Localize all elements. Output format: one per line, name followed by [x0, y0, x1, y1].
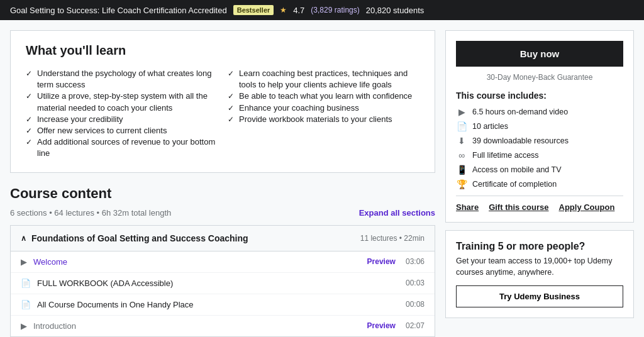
- bestseller-badge: Bestseller: [233, 5, 274, 15]
- learn-item: ✓ Understand the psychology of what crea…: [26, 68, 218, 91]
- content-meta: 6 sections • 64 lectures • 6h 32m total …: [10, 208, 435, 218]
- check-icon: ✓: [228, 91, 234, 102]
- business-title: Training 5 or more people?: [456, 241, 623, 252]
- include-text: Full lifetime access: [472, 151, 539, 160]
- check-icon: ✓: [26, 114, 32, 125]
- learn-item: ✓ Utilize a prove, step-by-step system w…: [26, 91, 218, 113]
- buy-now-button[interactable]: Buy now: [456, 41, 623, 67]
- content-meta-text: 6 sections • 64 lectures • 6h 32m total …: [10, 208, 171, 218]
- learn-item: ✓ Increase your credibility: [26, 114, 218, 125]
- lecture-left: 📄 FULL WORKBOOK (ADA Accessible): [21, 279, 173, 288]
- lecture-title: Introduction: [33, 321, 76, 331]
- gift-button[interactable]: Gift this course: [489, 202, 548, 212]
- lecture-right: Preview 03:06: [367, 257, 425, 266]
- article-icon: 📄: [456, 121, 467, 131]
- video-include-icon: ▶: [456, 107, 467, 117]
- money-back-text: 30-Day Money-Back Guarantee: [456, 73, 623, 82]
- preview-link[interactable]: Preview: [367, 321, 396, 330]
- include-item: 📄 10 articles: [456, 121, 623, 131]
- stars-icon: ★: [280, 6, 287, 14]
- course-title: Goal Setting to Success: Life Coach Cert…: [10, 6, 227, 15]
- document-icon: 📄: [21, 279, 31, 288]
- lecture-right: 00:03: [406, 279, 425, 287]
- lecture-list: ▶ Welcome Preview 03:06 📄 FULL WORKBOOK …: [10, 251, 435, 337]
- lecture-left: 📄 All Course Documents in One Handy Plac…: [21, 300, 194, 309]
- action-buttons: Share Gift this course Apply Coupon: [456, 196, 623, 212]
- includes-title: This course includes:: [456, 91, 623, 101]
- lecture-item: ▶ Welcome Preview 03:06: [11, 251, 435, 273]
- include-text: 6.5 hours on-demand video: [472, 108, 568, 116]
- include-text: 39 downloadable resources: [472, 136, 569, 145]
- include-item: 📱 Access on mobile and TV: [456, 165, 623, 175]
- learn-box: What you'll learn ✓ Understand the psych…: [10, 30, 435, 173]
- download-icon: ⬇: [456, 136, 467, 146]
- video-icon: ▶: [21, 257, 27, 267]
- learn-text: Enhance your coaching business: [239, 102, 359, 114]
- top-bar: Goal Setting to Success: Life Coach Cert…: [0, 0, 644, 20]
- right-panel: Buy now 30-Day Money-Back Guarantee This…: [445, 30, 634, 337]
- include-text: Certificate of completion: [472, 180, 557, 189]
- include-item: ∞ Full lifetime access: [456, 150, 623, 160]
- learn-text: Provide workbook materials to your clien…: [239, 114, 392, 125]
- lecture-duration: 00:03: [406, 279, 425, 287]
- lifetime-icon: ∞: [456, 150, 467, 160]
- certificate-icon: 🏆: [456, 179, 467, 189]
- learn-text: Offer new services to current clients: [37, 125, 167, 136]
- preview-link[interactable]: Preview: [367, 257, 396, 266]
- learn-item: ✓ Enhance your coaching business: [228, 102, 419, 114]
- check-icon: ✓: [26, 137, 32, 148]
- try-business-button[interactable]: Try Udemy Business: [456, 285, 623, 307]
- mobile-icon: 📱: [456, 165, 467, 175]
- lecture-right: Preview 02:07: [367, 321, 425, 330]
- section-header[interactable]: ∧ Foundations of Goal Setting and Succes…: [10, 225, 435, 251]
- students-count: 20,820 students: [366, 6, 425, 15]
- learn-item: ✓ Be able to teach what you learn with c…: [228, 91, 419, 102]
- check-icon: ✓: [26, 126, 32, 136]
- check-icon: ✓: [228, 114, 234, 125]
- learn-item: ✓ Learn coaching best practices, techniq…: [228, 68, 419, 91]
- video-icon: ▶: [21, 321, 27, 331]
- apply-coupon-button[interactable]: Apply Coupon: [559, 202, 615, 212]
- document-icon: 📄: [21, 300, 31, 309]
- include-item: ▶ 6.5 hours on-demand video: [456, 107, 623, 117]
- check-icon: ✓: [228, 69, 234, 79]
- learn-text: Increase your credibility: [37, 114, 123, 125]
- buy-card: Buy now 30-Day Money-Back Guarantee This…: [445, 30, 634, 223]
- learn-text: Utilize a prove, step-by-step system wit…: [37, 91, 218, 113]
- lecture-left: ▶ Introduction: [21, 321, 76, 331]
- lecture-left: ▶ Welcome: [21, 257, 67, 267]
- learn-col-left: ✓ Understand the psychology of what crea…: [26, 68, 218, 160]
- lecture-item: ▶ Introduction Preview 02:07: [11, 316, 435, 336]
- lecture-right: 00:08: [406, 300, 425, 309]
- rating-value: 4.7: [293, 6, 304, 15]
- lecture-duration: 00:08: [406, 300, 425, 309]
- learn-heading: What you'll learn: [26, 43, 419, 58]
- include-item: 🏆 Certificate of completion: [456, 179, 623, 189]
- course-content-heading: Course content: [10, 185, 435, 202]
- share-button[interactable]: Share: [456, 202, 479, 212]
- section-meta: 11 lectures • 22min: [360, 234, 425, 243]
- chevron-up-icon: ∧: [21, 234, 26, 243]
- lecture-item: 📄 FULL WORKBOOK (ADA Accessible) 00:03: [11, 273, 435, 294]
- include-text: 10 articles: [472, 122, 508, 131]
- section-title: Foundations of Goal Setting and Success …: [31, 233, 248, 243]
- course-content-section: Course content 6 sections • 64 lectures …: [10, 185, 435, 337]
- expand-all-link[interactable]: Expand all sections: [359, 208, 435, 218]
- lecture-link[interactable]: Welcome: [33, 257, 67, 267]
- learn-text: Learn coaching best practices, technique…: [239, 68, 419, 91]
- rating-count: (3,829 ratings): [311, 6, 359, 14]
- check-icon: ✓: [26, 91, 32, 102]
- check-icon: ✓: [26, 69, 32, 79]
- left-panel: What you'll learn ✓ Understand the psych…: [10, 30, 445, 337]
- lecture-duration: 03:06: [406, 257, 425, 266]
- lecture-title: FULL WORKBOOK (ADA Accessible): [37, 279, 173, 288]
- learn-item: ✓ Offer new services to current clients: [26, 125, 218, 136]
- include-text: Access on mobile and TV: [472, 165, 562, 174]
- learn-text: Understand the psychology of what create…: [37, 68, 218, 91]
- lecture-item: 📄 All Course Documents in One Handy Plac…: [11, 294, 435, 316]
- learn-text: Add additional sources of revenue to you…: [37, 136, 218, 159]
- learn-item: ✓ Add additional sources of revenue to y…: [26, 136, 218, 159]
- section-header-left: ∧ Foundations of Goal Setting and Succes…: [21, 233, 248, 243]
- include-item: ⬇ 39 downloadable resources: [456, 136, 623, 146]
- learn-col-right: ✓ Learn coaching best practices, techniq…: [228, 68, 419, 160]
